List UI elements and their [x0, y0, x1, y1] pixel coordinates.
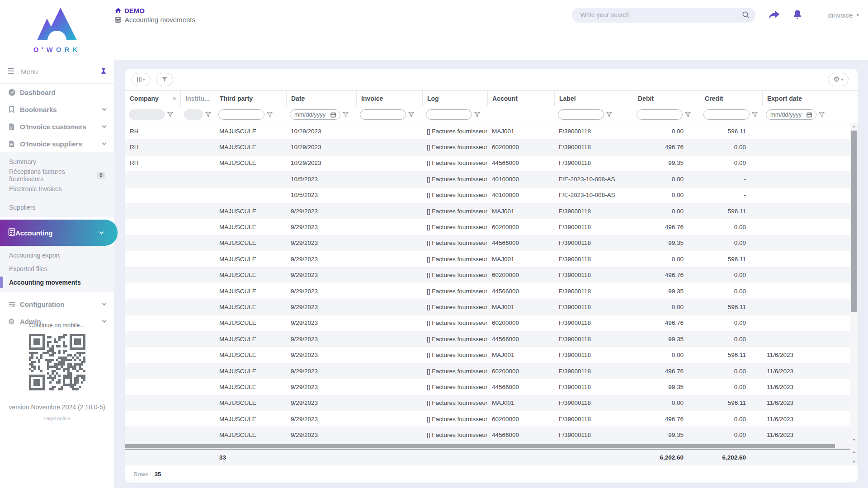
submenu-item-receptions[interactable]: Réceptions factures fournisseurs 0: [0, 169, 114, 182]
column-header-account[interactable]: Account: [487, 91, 554, 106]
table-row[interactable]: RHMAJUSCULE10/29/2023[] Factures fournis…: [125, 123, 850, 139]
table-row[interactable]: MAJUSCULE9/29/2023[] Factures fournisseu…: [125, 347, 850, 363]
column-header-log[interactable]: Log: [422, 91, 487, 106]
funnel-icon[interactable]: [685, 112, 691, 117]
table-row[interactable]: MAJUSCULE9/29/2023[] Factures fournisseu…: [125, 379, 850, 395]
breadcrumb-app-label: DEMO: [124, 7, 145, 14]
horizontal-scrollbar-thumb[interactable]: [125, 444, 835, 448]
table-row[interactable]: 10/5/2023[] Factures fournisseurs4010000…: [125, 188, 850, 203]
breadcrumb: DEMO Accounting movements: [115, 7, 195, 23]
scroll-up-icon[interactable]: ▲: [852, 123, 856, 130]
totals-scrollbar-stub[interactable]: ▲▼: [850, 449, 858, 465]
calendar-icon[interactable]: [807, 112, 812, 117]
columns-button[interactable]: ▾: [132, 73, 151, 86]
table-row[interactable]: MAJUSCULE9/29/2023[] Factures fournisseu…: [125, 427, 850, 443]
funnel-icon[interactable]: [167, 112, 173, 117]
column-header-export-date[interactable]: Export date: [762, 91, 850, 106]
bell-icon[interactable]: [793, 9, 802, 20]
vertical-scrollbar-thumb[interactable]: [851, 131, 857, 312]
horizontal-scrollbar[interactable]: [125, 443, 858, 449]
table-row[interactable]: MAJUSCULE9/29/2023[] Factures fournisseu…: [125, 283, 850, 299]
submenu-item-summary[interactable]: Summary: [0, 155, 114, 169]
filter-input[interactable]: [558, 109, 604, 120]
funnel-icon[interactable]: [474, 112, 480, 117]
table-row[interactable]: RHMAJUSCULE10/29/2023[] Factures fournis…: [125, 155, 850, 171]
cell-log: [] Factures fournisseurs: [422, 176, 487, 183]
table-row[interactable]: MAJUSCULE9/29/2023[] Factures fournisseu…: [125, 363, 850, 379]
date-filter-input[interactable]: mm/dd/yyyy: [290, 109, 340, 120]
column-header-credit[interactable]: Credit: [700, 91, 762, 106]
breadcrumb-app[interactable]: DEMO: [115, 7, 195, 14]
table-row[interactable]: MAJUSCULE9/29/2023[] Factures fournisseu…: [125, 331, 850, 347]
funnel-icon[interactable]: [819, 112, 825, 117]
hamburger-icon[interactable]: ☰: [7, 66, 14, 76]
search-icon[interactable]: [742, 11, 750, 19]
date-filter-input[interactable]: mm/dd/yyyy: [766, 109, 816, 120]
scroll-down-icon[interactable]: ▼: [852, 437, 856, 443]
filter-input[interactable]: [703, 109, 750, 120]
table-row[interactable]: MAJUSCULE9/29/2023[] Factures fournisseu…: [125, 235, 850, 251]
filter-input[interactable]: [218, 109, 264, 120]
filter-button[interactable]: [156, 73, 173, 86]
funnel-icon[interactable]: [752, 112, 758, 117]
count-badge: 0: [97, 172, 105, 179]
sidebar-item-bookmarks[interactable]: Bookmarks: [0, 101, 114, 118]
filter-cell: [356, 109, 422, 120]
submenu-item-accounting-export[interactable]: Accounting export: [0, 249, 114, 262]
sidebar-item-oinvoice-suppliers[interactable]: O'Invoice suppliers: [0, 135, 114, 152]
share-icon[interactable]: [768, 10, 780, 20]
sidebar-item-configuration[interactable]: Configuration: [0, 296, 114, 313]
sidebar-item-dashboard[interactable]: Dashboard: [0, 84, 114, 101]
table-row[interactable]: MAJUSCULE9/29/2023[] Factures fournisseu…: [125, 315, 850, 331]
date-placeholder: mm/dd/yyyy: [770, 111, 802, 118]
sidebar: O'WORK ☰ Menu Dashboard Bookmarks O'Invo…: [0, 0, 114, 488]
table-row[interactable]: 10/5/2023[] Factures fournisseurs4010000…: [125, 171, 850, 187]
cell-label: F/39000118: [554, 288, 633, 295]
table-row[interactable]: MAJUSCULE9/29/2023[] Factures fournisseu…: [125, 267, 850, 283]
filter-input[interactable]: [637, 109, 683, 120]
table-totals-row: 336,202.606,202.60▲▼: [125, 449, 858, 465]
cell-log: [] Factures fournisseurs: [422, 160, 487, 166]
column-header-third-party[interactable]: Third party: [215, 91, 286, 106]
cell-debit: 99.35: [633, 160, 700, 166]
funnel-icon[interactable]: [267, 112, 273, 117]
vertical-scrollbar[interactable]: ▲ ▼: [850, 123, 858, 443]
table-row[interactable]: MAJUSCULE9/29/2023[] Factures fournisseu…: [125, 411, 850, 427]
scroll-down-icon[interactable]: ▼: [853, 460, 856, 464]
search-input[interactable]: [580, 11, 742, 19]
submenu-item-electronic-invoices[interactable]: Electronic Invoices: [0, 182, 114, 196]
column-header-invoice[interactable]: Invoice: [356, 91, 422, 106]
total-label: [554, 449, 633, 465]
table-row[interactable]: MAJUSCULE9/29/2023[] Factures fournisseu…: [125, 299, 850, 315]
logo-wordmark: O'WORK: [33, 46, 81, 53]
column-header-debit[interactable]: Debit: [633, 91, 700, 106]
sidebar-item-oinvoice-customers[interactable]: O'Invoice customers: [0, 118, 114, 135]
column-header-date[interactable]: Date: [286, 91, 356, 106]
cell-third-party: MAJUSCULE: [215, 416, 286, 422]
funnel-icon[interactable]: [343, 112, 349, 117]
calendar-icon[interactable]: [330, 112, 336, 117]
sidebar-item-accounting[interactable]: Accounting: [0, 220, 118, 246]
funnel-icon[interactable]: [205, 112, 211, 117]
funnel-icon[interactable]: [606, 112, 612, 117]
table-row[interactable]: RHMAJUSCULE10/29/2023[] Factures fournis…: [125, 139, 850, 155]
submenu-item-accounting-movements[interactable]: Accounting movements: [0, 276, 114, 289]
funnel-icon[interactable]: [408, 112, 414, 117]
legal-notice-link[interactable]: Legal notice: [0, 416, 114, 421]
grid-settings-button[interactable]: ⚙ ▾: [828, 73, 849, 86]
column-header-company[interactable]: Company▶: [125, 91, 180, 106]
submenu-item-suppliers[interactable]: Suppliers: [0, 201, 114, 214]
filter-input[interactable]: [360, 109, 406, 120]
table-row[interactable]: MAJUSCULE9/29/2023[] Factures fournisseu…: [125, 251, 850, 267]
total-debit: 6,202.60: [633, 449, 700, 465]
column-header-label[interactable]: Label: [554, 91, 633, 106]
scroll-up-icon[interactable]: ▲: [853, 450, 856, 453]
table-row[interactable]: MAJUSCULE9/29/2023[] Factures fournisseu…: [125, 203, 850, 219]
pin-icon[interactable]: [100, 67, 107, 76]
filter-input[interactable]: [426, 109, 472, 120]
submenu-item-exported-files[interactable]: Exported files: [0, 262, 114, 276]
user-menu[interactable]: dinvoice ▾: [828, 11, 859, 19]
table-row[interactable]: MAJUSCULE9/29/2023[] Factures fournisseu…: [125, 219, 850, 235]
table-row[interactable]: MAJUSCULE9/29/2023[] Factures fournisseu…: [125, 395, 850, 411]
column-header-institu-[interactable]: Institu...: [180, 91, 215, 106]
